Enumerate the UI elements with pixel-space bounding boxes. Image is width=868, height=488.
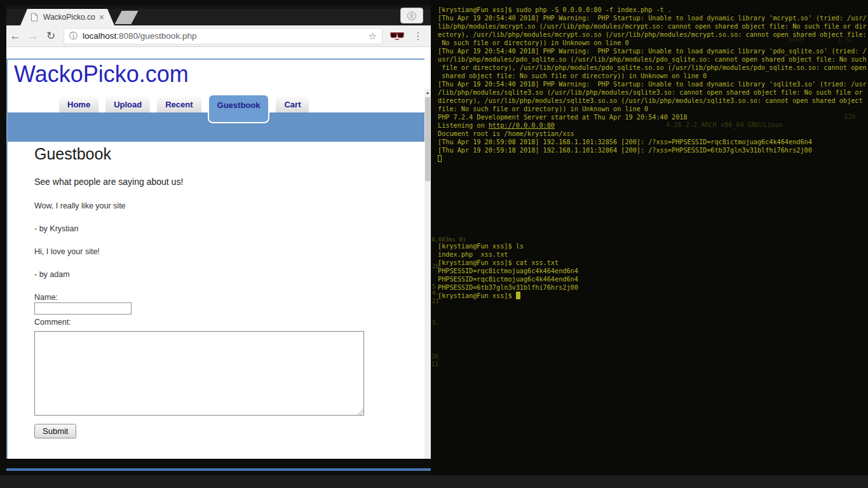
vertical-scrollbar[interactable]: ▲ ▼ <box>424 89 431 459</box>
site-title: WackoPicko.com <box>14 61 189 88</box>
background-bleed-text: 1.52 <box>837 36 853 43</box>
background-bleed-text: 4.16.2-2 ARCH x86_64 GNU/Linux <box>666 121 783 128</box>
background-bleed-text: 26 <box>432 263 439 269</box>
guestbook-heading: Guestbook <box>34 145 111 163</box>
terminal-prompt-line: [krystian@Fun xss]$ <box>431 292 868 300</box>
server-url: http://0.0.0.0:80 <box>489 122 555 129</box>
background-bleed-text: 5. <box>432 283 439 290</box>
terminal-line: index.php xss.txt <box>431 250 868 259</box>
terminal-shell-session: [krystian@Fun xss]$ ls index.php xss.txt… <box>431 242 868 300</box>
terminal-cursor-line <box>431 154 868 163</box>
reload-button[interactable]: ↻ <box>42 29 60 43</box>
background-bleed-text: 11 <box>431 361 438 367</box>
back-button[interactable]: ← <box>6 30 24 43</box>
workspace-indicators: 2 4 9 <box>8 475 48 488</box>
browser-tab-strip: WackoPicko.com × <box>6 5 431 25</box>
comment-text: Hi, I love your site! <box>34 247 100 256</box>
terminal-line: PHPSESSID=rqc8ictmojuag6c4k464end6n4 <box>431 275 868 283</box>
terminal-line: usr/lib/php/modules/pdo_sqlite.so (/usr/… <box>431 55 868 64</box>
vertical-scroll-thumb[interactable] <box>425 97 430 181</box>
nav-tab-cart[interactable]: Cart <box>275 95 309 112</box>
terminal-line: Document root is /home/krystian/xss <box>431 130 868 138</box>
wackopicko-page: WackoPicko.com Home Upload Recent Guestb… <box>6 58 424 459</box>
url-host: localhost <box>83 31 116 41</box>
nav-tab-recent[interactable]: Recent <box>156 95 201 112</box>
terminal-line: [Thu Apr 19 20:59:08 2018] 192.168.1.101… <box>431 138 868 146</box>
terminal-line: [krystian@Fun xss]$ cat xss.txt <box>431 259 868 267</box>
name-input[interactable] <box>34 302 132 315</box>
profile-button[interactable] <box>400 8 423 24</box>
terminal-cursor <box>516 292 520 299</box>
terminal-window[interactable]: [krystian@Fun xss]$ sudo php -S 0.0.0.0:… <box>431 0 868 475</box>
textarea-resize-grip[interactable] <box>358 409 363 415</box>
name-label: Name: <box>34 293 58 302</box>
terminal-listening-line: Listening on http://0.0.0.0:80 <box>431 121 868 130</box>
background-bleed-text: 4,663ms 0) <box>431 236 466 243</box>
browser-window: WackoPicko.com × ← → ↻ ⓘ localhost :8080… <box>6 5 431 471</box>
status-bar: 2 4 9 54 °C » PWR FULL 100.00% » 2.5 GHz… <box>0 475 868 488</box>
terminal-server-output: [krystian@Fun xss]$ sudo php -S 0.0.0.0:… <box>431 6 868 163</box>
background-bleed-text: 5. <box>432 320 439 326</box>
browser-toolbar: ← → ↻ ⓘ localhost :8080/guestbook.php ☆ … <box>6 25 431 47</box>
browser-viewport: WackoPicko.com Home Upload Recent Guestb… <box>6 47 431 459</box>
comment-label: Comment: <box>34 318 71 327</box>
comment-textarea[interactable] <box>34 331 364 416</box>
terminal-line: [Thu Apr 19 20:59:18 2018] 192.168.1.101… <box>431 146 868 154</box>
terminal-line: PHPSESSID=rqc8ictmojuag6c4k464end6n4 <box>431 267 868 275</box>
background-bleed-text: 26 <box>431 353 438 360</box>
terminal-prompt: [krystian@Fun xss]$ <box>438 292 516 299</box>
terminal-line: PHPSESSID=6tb37gln3v31blfhi76hrs2j00 <box>431 283 868 292</box>
footer-links: Home | Admin | Contact | Terms of Servic… <box>157 452 310 459</box>
comment-text: Wow, I really like your site <box>34 201 126 210</box>
guestbook-intro: See what people are saying about us! <box>34 177 183 187</box>
terminal-text: Listening on <box>438 122 489 129</box>
comment-author: - by Krystian <box>34 224 78 233</box>
background-bleed-text: 4. <box>432 290 439 296</box>
url-bar[interactable]: ⓘ localhost :8080/guestbook.php ☆ <box>64 28 383 44</box>
terminal-line: [Thu Apr 19 20:54:40 2018] PHP Warning: … <box>431 47 868 55</box>
terminal-line: [krystian@Fun xss]$ ls <box>431 242 868 250</box>
terminal-line: lib/php/modules/mcrypt.so (/usr/lib/php/… <box>431 22 868 30</box>
nav-tab-home[interactable]: Home <box>58 95 99 112</box>
comment-author: - by adam <box>34 270 70 279</box>
forward-button[interactable]: → <box>24 30 42 43</box>
terminal-line: file: No such file or directory)) in Unk… <box>431 105 868 113</box>
terminal-line: /lib/php/modules/sqlite3.so (/usr/lib/ph… <box>431 88 868 97</box>
page-favicon-icon <box>31 13 38 22</box>
terminal-line: shared object file: No such file or dire… <box>431 72 868 80</box>
scroll-up-icon[interactable]: ▲ <box>424 90 431 95</box>
status-info: 54 °C » PWR FULL 100.00% » 2.5 GHz KRYST… <box>204 475 863 488</box>
terminal-line: [Thu Apr 19 20:54:40 2018] PHP Warning: … <box>431 14 868 22</box>
terminal-cursor <box>438 155 442 162</box>
submit-button[interactable]: Submit <box>34 424 76 438</box>
window-bottom-edge <box>6 468 431 471</box>
tab-title: WackoPicko.com <box>43 13 95 22</box>
background-bleed-text: 21 <box>432 298 439 304</box>
bookmark-star-icon[interactable]: ☆ <box>369 30 377 42</box>
new-tab-button[interactable] <box>114 11 138 24</box>
terminal-line: [krystian@Fun xss]$ sudo php -S 0.0.0.0:… <box>431 6 868 14</box>
background-bleed-text: 11% <box>844 113 855 120</box>
terminal-line: PHP 7.2.4 Development Server started at … <box>431 113 868 121</box>
nav-tab-upload[interactable]: Upload <box>105 95 151 112</box>
page-info-icon[interactable]: ⓘ <box>69 30 78 42</box>
extension-glasses-icon[interactable] <box>389 30 405 43</box>
nav-tab-guestbook[interactable]: Guestbook <box>208 94 270 123</box>
site-nav: Home Upload Recent Guestbook Cart <box>58 95 309 112</box>
background-bleed-text: 949M <box>788 36 804 43</box>
terminal-line: directory), /usr/lib/php/modules/sqlite3… <box>431 97 868 105</box>
browser-tab[interactable]: WackoPicko.com × <box>20 9 114 25</box>
terminal-line: file or directory), /usr/lib/php/modules… <box>431 64 868 72</box>
browser-menu-icon[interactable]: ⋮ <box>412 30 424 42</box>
profile-icon <box>407 11 417 21</box>
tab-close-icon[interactable]: × <box>99 12 104 22</box>
url-path: :8080/guestbook.php <box>116 31 196 41</box>
terminal-line: [Thu Apr 19 20:54:40 2018] PHP Warning: … <box>431 80 868 88</box>
